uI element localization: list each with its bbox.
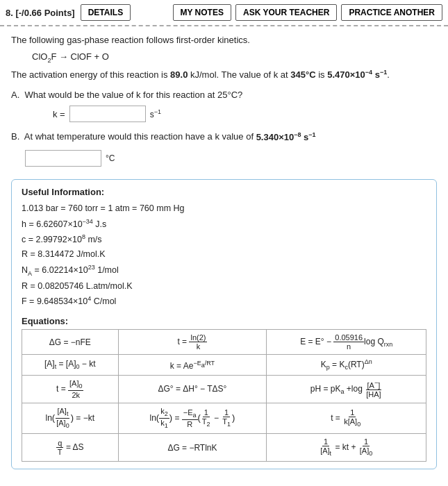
top-bar: 8. [-/0.66 Points] DETAILS MY NOTES ASK … (0, 0, 448, 26)
table-row: ln([A]t[A]0) = −kt ln(k2k1) = −EaR(1T2 −… (22, 403, 426, 434)
eq-cell: E = E° − 0.05916nlog Qrxn (267, 330, 426, 355)
part-b-input[interactable] (25, 150, 101, 167)
ask-teacher-button[interactable]: ASK YOUR TEACHER (235, 4, 337, 21)
intro-text: The following gas-phase reaction follows… (11, 33, 437, 47)
table-row: ΔG = −nFE t = ln(2)k E = E° − 0.05916nlo… (22, 330, 426, 355)
eq-cell: t = ln(2)k (118, 330, 267, 355)
part-b-label: B. At what temperature would this reacti… (11, 129, 437, 144)
table-row: qT = ΔS ΔG = −RTlnK 1[A]t = kt + 1[A]0 (22, 434, 426, 462)
details-button[interactable]: DETAILS (81, 4, 131, 21)
reaction-equation: ClO2F → ClOF + O (32, 51, 437, 64)
eq-cell: pH = pKa +log [A−][HA] (267, 375, 426, 403)
info-box: Useful Information: 1.013 bar = 760 torr… (11, 179, 437, 469)
part-a-input-row: k = s−1 (53, 106, 437, 122)
equations-table: ΔG = −nFE t = ln(2)k E = E° − 0.05916nlo… (22, 329, 426, 462)
activation-energy-text: The activation energy of this reaction i… (11, 67, 437, 83)
eq-cell: t = 1k[A]0 (267, 403, 426, 434)
eq-cell: qT = ΔS (22, 434, 119, 462)
part-a-unit: s−1 (150, 108, 161, 119)
eq-cell: ΔG = −nFE (22, 330, 119, 355)
eq-cell: ΔG° = ΔH° − TΔS° (118, 375, 267, 403)
table-row: t = [A]02k ΔG° = ΔH° − TΔS° pH = pKa +lo… (22, 375, 426, 403)
info-title: Useful Information: (22, 187, 426, 197)
main-content: The following gas-phase reaction follows… (0, 26, 448, 483)
eq-cell: 1[A]t = kt + 1[A]0 (267, 434, 426, 462)
eq-cell: ln(k2k1) = −EaR(1T2 − 1T1) (118, 403, 267, 434)
table-row: [A]t = [A]0 − kt k = Ae−Ea/RT Kp = Kc(RT… (22, 355, 426, 375)
part-b-unit: °C (106, 153, 115, 163)
eq-cell: [A]t = [A]0 − kt (22, 355, 119, 375)
part-a-input[interactable] (69, 106, 146, 122)
part-a-label: A. What would be the value of k for this… (11, 90, 437, 100)
problem-number: 8. [-/0.66 Points] (6, 8, 75, 18)
top-buttons: MY NOTES ASK YOUR TEACHER PRACTICE ANOTH… (173, 4, 443, 21)
part-b-input-row: °C (25, 150, 437, 167)
eq-cell: k = Ae−Ea/RT (118, 355, 267, 375)
my-notes-button[interactable]: MY NOTES (173, 4, 231, 21)
eq-cell: ln([A]t[A]0) = −kt (22, 403, 119, 434)
practice-another-button[interactable]: PRACTICE ANOTHER (341, 4, 442, 21)
eq-cell: Kp = Kc(RT)Δn (267, 355, 426, 375)
part-a-k-label: k = (53, 109, 65, 119)
eq-cell: ΔG = −RTlnK (118, 434, 267, 462)
info-lines: 1.013 bar = 760 torr = 1 atm = 760 mm Hg… (22, 201, 426, 309)
equations-title: Equations: (22, 316, 426, 326)
eq-cell: t = [A]02k (22, 375, 119, 403)
